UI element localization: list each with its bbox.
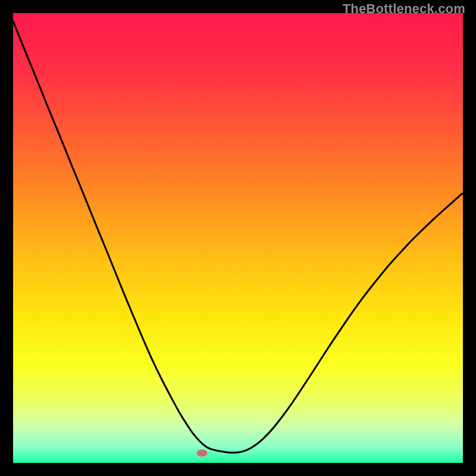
optimum-marker	[197, 449, 208, 456]
plot-area	[13, 13, 463, 463]
chart-frame: TheBottleneck.com	[0, 0, 476, 476]
gradient-background	[13, 13, 463, 463]
bottleneck-plot	[13, 13, 463, 463]
